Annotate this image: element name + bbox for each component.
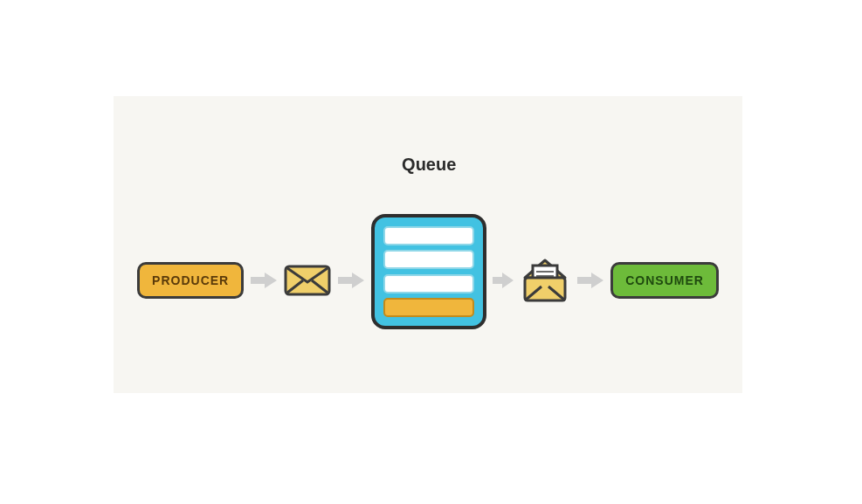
diagram-canvas: PRODUCER Queue [114,96,742,393]
arrow-4 [576,270,605,291]
arrow-right-icon [576,270,605,291]
arrow-right-icon [249,270,279,291]
queue-node: Queue [371,223,486,338]
queue-box [371,214,486,329]
arrow-1 [249,270,279,291]
queue-slot [383,226,474,245]
arrow-2 [336,270,366,291]
producer-node: PRODUCER [137,262,244,299]
queue-slot [383,250,474,269]
arrow-right-icon [336,270,366,291]
consumer-node: CONSUMER [610,262,719,299]
open-message-envelope-icon [520,255,570,306]
message-envelope-icon [284,263,331,298]
arrow-3 [492,270,514,291]
queue-slot [383,274,474,293]
arrow-right-icon [492,270,514,291]
queue-label: Queue [371,155,486,175]
pipeline-row: PRODUCER Queue [114,223,742,338]
queue-slot [383,298,474,317]
